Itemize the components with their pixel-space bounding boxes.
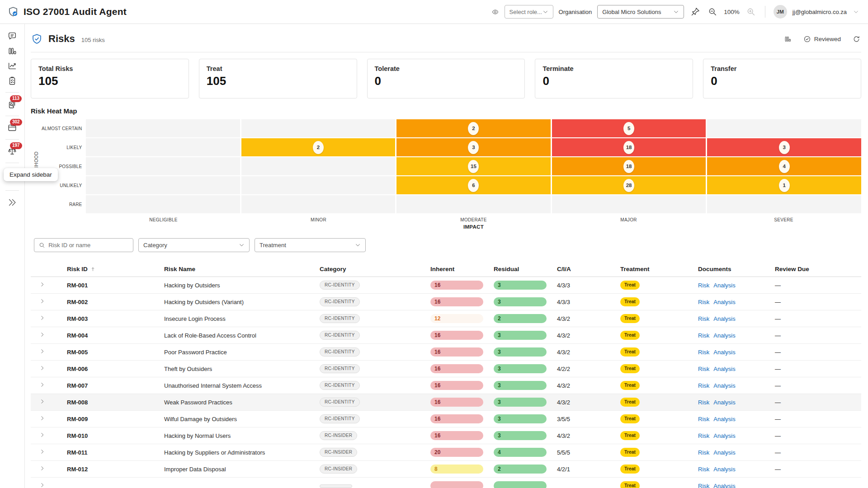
column-header[interactable]: Category: [311, 266, 427, 272]
reviewed-label: Reviewed: [814, 36, 841, 42]
risk-doc-link[interactable]: Risk: [698, 332, 709, 339]
heatmap-cell[interactable]: 18: [552, 138, 706, 156]
analysis-doc-link[interactable]: Analysis: [713, 399, 735, 406]
pin-button[interactable]: [689, 6, 701, 18]
risk-doc-link[interactable]: Risk: [698, 299, 709, 305]
analysis-doc-link[interactable]: Analysis: [713, 366, 735, 372]
residual-score-pill: 3: [494, 281, 547, 290]
organisation-select[interactable]: Global Micro Solutions: [597, 5, 684, 19]
analysis-doc-link[interactable]: Analysis: [713, 332, 735, 339]
risk-doc-link[interactable]: Risk: [698, 399, 709, 406]
treatment-filter-value: Treatment: [259, 242, 286, 249]
search-input[interactable]: [48, 242, 129, 249]
chevron-right-icon: [39, 298, 45, 304]
heatmap-cell[interactable]: 5: [552, 119, 706, 137]
analysis-doc-link[interactable]: Analysis: [713, 416, 735, 422]
analysis-doc-link[interactable]: Analysis: [713, 382, 735, 389]
analysis-doc-link[interactable]: Analysis: [713, 466, 735, 473]
analysis-doc-link[interactable]: Analysis: [713, 282, 735, 289]
heatmap-cell[interactable]: 4: [707, 157, 861, 175]
risk-doc-link[interactable]: Risk: [698, 416, 709, 422]
heatmap-cell-count: 3: [468, 141, 479, 154]
column-header[interactable]: C/I/A: [554, 266, 617, 272]
category-chip: RC-IDENTITY: [320, 414, 360, 423]
risk-doc-link[interactable]: Risk: [698, 449, 709, 456]
expand-row-button[interactable]: [39, 482, 45, 488]
analysis-doc-link[interactable]: Analysis: [713, 315, 735, 322]
risk-doc-link[interactable]: Risk: [698, 466, 709, 473]
inherent-score-pill: 16: [430, 414, 483, 423]
heatmap-cell[interactable]: 15: [396, 157, 551, 175]
column-header[interactable]: Review Due: [772, 266, 861, 272]
analysis-doc-link[interactable]: Analysis: [713, 432, 735, 439]
zoom-out-button[interactable]: [707, 6, 718, 18]
risk-doc-link[interactable]: Risk: [698, 366, 709, 372]
expand-row-button[interactable]: [39, 415, 45, 421]
risk-doc-link[interactable]: Risk: [698, 382, 709, 389]
sidebar-item-scales[interactable]: 197: [5, 145, 20, 157]
avatar[interactable]: JM: [774, 5, 787, 19]
treatment-chip: Treat: [620, 364, 640, 373]
heatmap-cell[interactable]: 2: [241, 138, 396, 156]
column-header[interactable]: Documents: [695, 266, 772, 272]
review-due: —: [772, 416, 861, 422]
expand-row-button[interactable]: [39, 282, 45, 287]
heatmap-cell[interactable]: 6: [396, 176, 551, 194]
risk-doc-link[interactable]: Risk: [698, 349, 709, 356]
heatmap-cell[interactable]: 28: [552, 176, 706, 194]
expand-row-button[interactable]: [39, 348, 45, 354]
sidebar-item-checklist[interactable]: [5, 75, 20, 87]
column-header[interactable]: Treatment: [617, 266, 695, 272]
expand-row-button[interactable]: [39, 315, 45, 321]
sidebar-item-comments[interactable]: [5, 30, 20, 42]
expand-row-button[interactable]: [39, 382, 45, 388]
risk-search[interactable]: [34, 238, 133, 252]
card-label: Total Risks: [38, 65, 181, 72]
column-header[interactable]: Risk Name: [155, 266, 311, 272]
sidebar-item-bar-chart[interactable]: [5, 45, 20, 57]
heatmap-title: Risk Heat Map: [31, 107, 861, 115]
expand-row-button[interactable]: [39, 465, 45, 471]
treatment-chip: Treat: [620, 347, 640, 357]
analysis-doc-link[interactable]: Analysis: [713, 449, 735, 456]
analysis-doc-link[interactable]: Analysis: [713, 299, 735, 305]
refresh-button[interactable]: [852, 34, 861, 44]
chart-view-button[interactable]: [783, 34, 793, 44]
heatmap-cell[interactable]: 2: [396, 119, 551, 137]
treatment-chip: Treat: [620, 331, 640, 340]
role-select[interactable]: Select role...: [505, 5, 553, 19]
treatment-filter[interactable]: Treatment: [255, 238, 366, 252]
analysis-doc-link[interactable]: Analysis: [713, 483, 735, 488]
heatmap-cell[interactable]: 18: [552, 157, 706, 175]
zoom-in-button[interactable]: [745, 6, 757, 18]
sidebar-item-line-chart[interactable]: [5, 60, 20, 72]
risk-doc-link[interactable]: Risk: [698, 432, 709, 439]
inherent-score-pill: 16: [430, 347, 483, 357]
risk-doc-link[interactable]: Risk: [698, 315, 709, 322]
column-header[interactable]: Residual: [491, 266, 554, 272]
expand-row-button[interactable]: [39, 449, 45, 455]
expand-row-button[interactable]: [39, 365, 45, 371]
expand-row-button[interactable]: [39, 332, 45, 338]
category-chip: [320, 484, 352, 488]
sidebar-item-folder[interactable]: 302: [5, 122, 20, 134]
column-chart-icon: [7, 46, 17, 56]
sidebar-item-search-docs[interactable]: 113: [5, 99, 20, 110]
expand-sidebar-button[interactable]: [5, 197, 20, 208]
expand-row-button[interactable]: [39, 298, 45, 304]
heatmap-cell[interactable]: 3: [396, 138, 551, 156]
expand-row-button[interactable]: [39, 432, 45, 438]
risk-doc-link[interactable]: Risk: [698, 483, 709, 488]
heatmap-cell[interactable]: 1: [707, 176, 861, 194]
reviewed-toggle[interactable]: Reviewed: [803, 35, 841, 43]
heatmap-row-labels: ALMOST CERTAINLIKELYPOSSIBLEUNLIKELYRARE: [42, 119, 86, 213]
analysis-doc-link[interactable]: Analysis: [713, 349, 735, 356]
user-menu-button[interactable]: [852, 8, 860, 16]
risk-doc-link[interactable]: Risk: [698, 282, 709, 289]
cia-rating: 4/3/2: [554, 399, 617, 406]
heatmap-cell[interactable]: 3: [707, 138, 861, 156]
expand-row-button[interactable]: [39, 399, 45, 404]
column-header[interactable]: Risk ID: [59, 266, 155, 272]
category-filter[interactable]: Category: [138, 238, 250, 252]
column-header[interactable]: Inherent: [427, 266, 491, 272]
